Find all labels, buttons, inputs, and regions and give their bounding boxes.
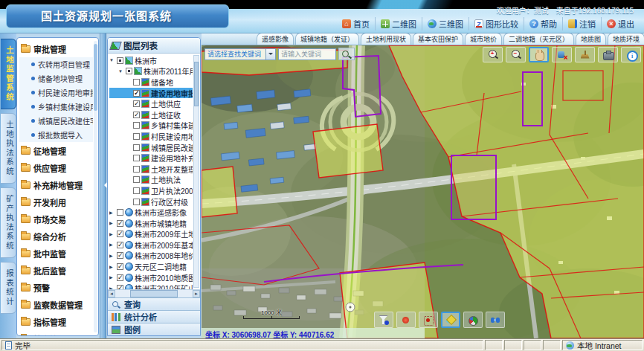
menu-item[interactable]: 征地管理 <box>19 142 93 159</box>
keyword-type-select[interactable]: 请选择查找关键词 <box>205 48 276 60</box>
layer-tree-item[interactable]: 株洲市2010地质图 <box>109 272 193 283</box>
map-tool-button[interactable] <box>621 47 641 62</box>
scroll-right-icon[interactable]: ► <box>193 290 200 297</box>
map-bottom-tool-button[interactable] <box>396 312 416 328</box>
layer-checkbox[interactable] <box>117 57 123 64</box>
menu-scrollbar-thumb[interactable] <box>94 44 97 111</box>
expander-icon[interactable] <box>109 57 115 63</box>
layer-tree-item[interactable]: 储备地 <box>109 77 193 88</box>
layer-tree-item[interactable]: 建设用地审批 <box>109 88 193 99</box>
layer-checkbox[interactable] <box>117 209 123 216</box>
menu-item[interactable]: 综合分析 <box>19 228 93 245</box>
menu-item[interactable]: 乡镇村集体建设用地 <box>19 100 93 114</box>
menu-item[interactable]: 档案管理 <box>19 330 93 336</box>
map-bottom-tool-button[interactable] <box>486 312 505 328</box>
accordion-bar[interactable]: 查询 <box>108 297 200 310</box>
system-tab[interactable]: 土地监管系统 <box>1 39 16 109</box>
menu-item[interactable]: 供应管理 <box>19 159 93 176</box>
scroll-left-icon[interactable]: ◄ <box>108 290 115 297</box>
map-bottom-tool-button[interactable] <box>419 312 438 328</box>
tree-vertical-scrollbar[interactable] <box>193 55 199 288</box>
layer-checkbox[interactable] <box>117 220 123 227</box>
map-bottom-tool-button[interactable] <box>441 312 460 328</box>
tree-horizontal-scrollbar[interactable]: ◄ ► <box>108 289 200 297</box>
expander-icon[interactable] <box>109 220 115 226</box>
map-tab[interactable]: 地质图 <box>576 33 606 45</box>
layer-tree-item[interactable]: 株洲市2011年用地 <box>109 66 193 77</box>
expander-icon[interactable] <box>118 68 124 74</box>
expander-icon[interactable] <box>109 210 115 216</box>
map-bottom-tool-button[interactable] <box>374 312 393 328</box>
layer-tree-item[interactable]: 土地执法 <box>109 175 193 186</box>
layer-tree-item[interactable]: 土地征收 <box>109 109 193 120</box>
layer-tree-item[interactable]: 株洲市2009年基本农田 <box>109 239 193 251</box>
expander-icon[interactable] <box>109 231 115 237</box>
panel-splitter[interactable] <box>100 33 106 338</box>
map-tab[interactable]: 基本农田保护 <box>413 33 463 45</box>
expander-icon[interactable] <box>109 242 115 248</box>
menu-item[interactable]: 农转用项目管理 <box>19 57 93 71</box>
map-tool-button[interactable] <box>598 47 618 62</box>
menu-scrollbar[interactable] <box>94 41 97 332</box>
menu-item[interactable]: 审批管理 <box>19 40 93 57</box>
map-bottom-tool-button[interactable] <box>463 312 483 328</box>
toolbar-button[interactable]: 二维图 <box>375 17 422 30</box>
expander-icon[interactable] <box>109 264 115 270</box>
menu-item[interactable]: 补充耕地管理 <box>19 176 93 193</box>
tree-vscroll-thumb[interactable] <box>194 62 199 106</box>
map-tab[interactable]: 城市地价 <box>465 33 502 45</box>
layer-checkbox[interactable] <box>133 155 140 161</box>
menu-item[interactable]: 开发利用 <box>19 193 93 210</box>
menu-item[interactable]: 报批数据导入 <box>19 128 93 142</box>
layer-tree-item[interactable]: 卫片执法200 <box>109 185 193 196</box>
map-tool-button[interactable] <box>483 47 503 62</box>
layer-checkbox[interactable] <box>117 252 123 259</box>
layer-checkbox[interactable] <box>133 100 140 107</box>
menu-item[interactable]: 储备地块管理 <box>19 71 93 86</box>
toolbar-button[interactable]: 帮助 <box>524 17 562 30</box>
layer-tree-item[interactable]: 城镇居民改建 <box>109 142 193 153</box>
layer-tree-item[interactable]: 株洲市遥感影像 <box>109 207 193 218</box>
layer-checkbox[interactable] <box>133 90 140 97</box>
expander-icon[interactable] <box>109 274 115 280</box>
layer-checkbox[interactable] <box>126 68 132 74</box>
layer-tree-item[interactable]: 天元区二调地籍 <box>109 261 193 272</box>
menu-item[interactable]: 批后监管 <box>19 262 93 279</box>
toolbar-button[interactable]: 三维图 <box>422 17 468 30</box>
layer-tree-item[interactable]: 土地开发整理 <box>109 164 193 175</box>
keyword-input[interactable] <box>278 48 336 60</box>
layer-checkbox[interactable] <box>133 199 140 205</box>
layer-tree-item[interactable]: 株洲市2009年土地利用 <box>109 229 193 240</box>
accordion-bar[interactable]: 统计分析 <box>108 310 200 323</box>
layer-checkbox[interactable] <box>133 79 140 86</box>
layer-tree-item[interactable]: 乡镇村集体建 <box>109 120 193 132</box>
menu-item[interactable]: 村民建设用地审批 <box>19 86 93 100</box>
layer-checkbox[interactable] <box>117 274 123 281</box>
layer-checkbox[interactable] <box>133 112 140 118</box>
map-tab[interactable]: 土地利用现状 <box>361 33 411 45</box>
layer-checkbox[interactable] <box>133 187 140 194</box>
map-tab[interactable]: 遥感影像 <box>257 33 294 45</box>
system-tab[interactable]: 矿产执法系统 <box>1 187 16 258</box>
layer-tree-item[interactable]: 建设用地补充 <box>109 152 193 164</box>
layer-checkbox[interactable] <box>133 133 140 140</box>
toolbar-button[interactable]: 退出 <box>601 17 640 30</box>
menu-item[interactable]: 监察数据管理 <box>19 296 93 313</box>
map-tool-button[interactable] <box>506 47 526 62</box>
layer-checkbox[interactable] <box>133 176 140 183</box>
menu-item[interactable]: 预警 <box>19 279 93 296</box>
layer-checkbox[interactable] <box>133 122 140 129</box>
search-button[interactable] <box>338 48 355 60</box>
accordion-bar[interactable]: 图例 <box>108 323 200 335</box>
layer-checkbox[interactable] <box>117 242 123 248</box>
toolbar-button[interactable]: 注销 <box>562 17 601 30</box>
menu-item[interactable]: 市场交易 <box>19 210 93 228</box>
layer-tree-item[interactable]: 株洲市 <box>109 55 193 66</box>
layer-checkbox[interactable] <box>133 166 140 173</box>
layer-tree-item[interactable]: 株洲市城镇地籍 <box>109 218 193 229</box>
layer-tree-item[interactable]: 土地供应 <box>109 98 193 109</box>
layer-tree-item[interactable]: 株洲市2010年矿山地质 <box>109 283 193 289</box>
chevron-down-icon[interactable] <box>265 49 275 59</box>
expander-icon[interactable] <box>109 253 115 259</box>
system-tab[interactable]: 土地执法系统 <box>1 113 16 184</box>
